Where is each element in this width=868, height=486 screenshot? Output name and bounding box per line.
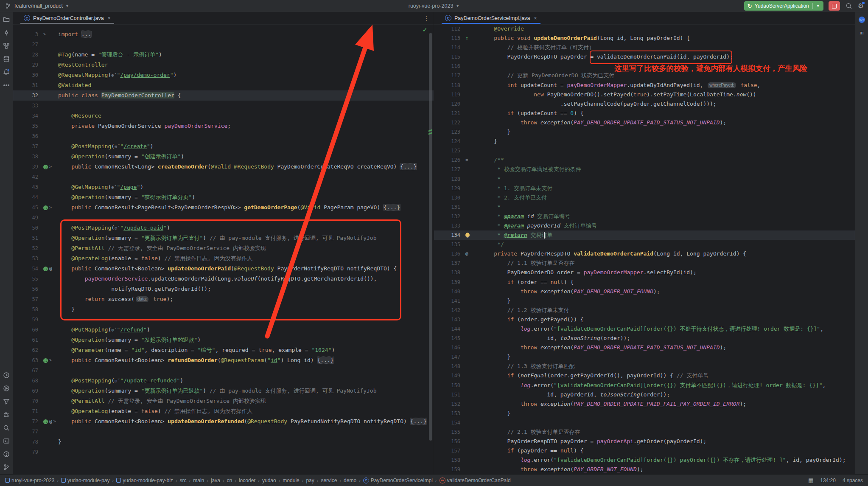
- code-text[interactable]: [58, 315, 434, 325]
- code-text[interactable]: @PostMapping(⊕ˇ"/update-refunded"): [58, 376, 434, 386]
- line-number[interactable]: 140: [434, 287, 465, 296]
- history-icon[interactable]: [3, 371, 10, 379]
- endpoint-globe-icon[interactable]: ⊕ˇ: [111, 185, 117, 190]
- code-text[interactable]: @OperateLog(enable = false) // 禁用操作日志, 因…: [58, 253, 434, 264]
- code-text[interactable]: public CommonResult<Boolean> refundDemoO…: [58, 355, 434, 365]
- code-line-34[interactable]: 34 @Resource: [13, 111, 434, 121]
- code-line-77[interactable]: 77: [13, 427, 434, 437]
- debug-icon[interactable]: [3, 411, 10, 419]
- code-line-130[interactable]: 130 * 2. 支付单已支付: [434, 193, 868, 202]
- fold-arrow-icon[interactable]: >: [49, 355, 52, 365]
- breadcrumb-item[interactable]: java: [211, 478, 220, 483]
- line-number[interactable]: 143: [434, 315, 465, 324]
- code-text[interactable]: // 1.3 校验支付订单匹配: [481, 362, 868, 371]
- code-text[interactable]: log.error("[validateDemoOrderCanPaid][or…: [481, 455, 868, 465]
- line-number[interactable]: 62: [13, 345, 42, 355]
- caret-position[interactable]: 134:20: [820, 478, 836, 483]
- line-number[interactable]: 32: [13, 90, 42, 101]
- code-text[interactable]: // 1.1 校验订单是否存在: [481, 258, 868, 268]
- line-number[interactable]: 122: [434, 118, 465, 127]
- tab-paydemoordercontroller[interactable]: C PayDemoOrderController.java ×: [20, 12, 115, 24]
- code-text[interactable]: [58, 131, 434, 141]
- line-number[interactable]: 3: [13, 29, 42, 39]
- line-number[interactable]: 42: [13, 172, 42, 182]
- code-line-157[interactable]: 157 if (payOrder == null) {: [434, 446, 868, 455]
- code-text[interactable]: *: [481, 174, 868, 184]
- project-selector[interactable]: ruoyi-vue-pro-2023 ▼: [409, 3, 460, 9]
- code-text[interactable]: [58, 427, 434, 437]
- line-number[interactable]: 154: [434, 418, 465, 427]
- code-line-55[interactable]: 55 payDemoOrderService.updateDemoOrderPa…: [13, 274, 434, 284]
- code-text[interactable]: private PayOrderRespDTO validateDemoOrde…: [481, 249, 868, 258]
- line-number[interactable]: 34: [13, 111, 42, 121]
- line-number[interactable]: 137: [434, 258, 465, 268]
- line-number[interactable]: 132: [434, 212, 465, 221]
- code-text[interactable]: id, toJsonString(order));: [481, 334, 868, 343]
- line-number[interactable]: 78: [13, 437, 42, 447]
- code-text[interactable]: [58, 39, 434, 50]
- intention-bulb-icon[interactable]: [465, 233, 470, 238]
- close-icon[interactable]: ×: [108, 15, 111, 21]
- code-text[interactable]: * @param id 交易订单编号: [481, 212, 868, 221]
- code-text[interactable]: public void updateDemoOrderPaid(Long id,…: [481, 34, 868, 43]
- line-number[interactable]: 141: [434, 296, 465, 306]
- line-number[interactable]: 70: [13, 396, 42, 406]
- code-line-132[interactable]: 132 * @param id 交易订单编号: [434, 212, 868, 221]
- folded-region[interactable]: {...}: [317, 357, 334, 363]
- line-number[interactable]: 129: [434, 184, 465, 193]
- code-line-143[interactable]: 143 if (order.getPayed()) {: [434, 315, 868, 324]
- terminal-icon[interactable]: [3, 437, 10, 445]
- http-endpoint-icon[interactable]: [43, 165, 48, 169]
- javadoc-fold-icon[interactable]: ≡: [465, 155, 468, 165]
- code-line-148[interactable]: 148 // 1.3 校验支付订单匹配: [434, 362, 868, 371]
- http-endpoint-icon[interactable]: [43, 419, 48, 424]
- http-endpoint-icon[interactable]: [43, 358, 48, 363]
- line-number[interactable]: 60: [13, 325, 42, 335]
- endpoint-globe-icon[interactable]: ⊕ˇ: [115, 144, 120, 149]
- code-line-144[interactable]: 144 log.error("[validateDemoOrderCanPaid…: [434, 324, 868, 334]
- code-text[interactable]: @PermitAll // 无需登录, 安全由 PayDemoOrderServ…: [58, 396, 434, 406]
- line-number[interactable]: 61: [13, 335, 42, 345]
- version-control-icon[interactable]: [3, 464, 10, 471]
- code-line-28[interactable]: 28@Tag(name = "管理后台 - 示例订单"): [13, 50, 434, 60]
- code-text[interactable]: * @param payOrderId 支付订单编号: [481, 221, 868, 230]
- line-number[interactable]: 54: [13, 264, 42, 274]
- breadcrumb-item[interactable]: yudao-module-pay-biz: [116, 478, 173, 483]
- code-line-128[interactable]: 128 *: [434, 174, 868, 184]
- folded-region[interactable]: ...: [81, 31, 91, 37]
- code-line-42[interactable]: 42: [13, 172, 434, 182]
- code-text[interactable]: }: [481, 352, 868, 362]
- code-line-154[interactable]: 154: [434, 418, 868, 427]
- services-icon[interactable]: [3, 385, 10, 392]
- line-number[interactable]: 133: [434, 221, 465, 230]
- code-line-159[interactable]: 159 throw exception(PAY_ORDER_NOT_FOUND)…: [434, 465, 868, 474]
- problems-icon[interactable]: [3, 450, 10, 458]
- stop-button[interactable]: [829, 1, 840, 11]
- code-text[interactable]: }: [481, 296, 868, 306]
- database-icon[interactable]: [3, 55, 10, 63]
- line-number[interactable]: 158: [434, 455, 465, 465]
- code-text[interactable]: * 2. 支付单已支付: [481, 193, 868, 202]
- code-line-115[interactable]: 115 PayOrderRespDTO payOrder = validateD…: [434, 52, 868, 62]
- code-line-36[interactable]: 36: [13, 131, 434, 141]
- line-number[interactable]: 30: [13, 70, 42, 80]
- line-number[interactable]: 52: [13, 243, 42, 253]
- code-line-57[interactable]: 57 return success(data: true);: [13, 294, 434, 304]
- code-text[interactable]: private PayDemoOrderService payDemoOrder…: [58, 121, 434, 131]
- folded-region[interactable]: {...}: [384, 204, 400, 211]
- line-number[interactable]: 159: [434, 465, 465, 474]
- endpoints-plugin-icon[interactable]: </>: [858, 16, 865, 23]
- code-line-27[interactable]: 27: [13, 39, 434, 50]
- code-line-56[interactable]: 56 notifyReqDTO.getPayOrderId());: [13, 284, 434, 294]
- code-text[interactable]: return success(data: true);: [58, 294, 434, 304]
- code-line-52[interactable]: 52 @PermitAll // 无需登录, 安全由 PayDemoOrderS…: [13, 243, 434, 253]
- code-line-135[interactable]: 135 */: [434, 240, 868, 249]
- line-number[interactable]: 63: [13, 355, 42, 365]
- code-text[interactable]: @RequestMapping(⊕ˇ"/pay/demo-order"): [58, 70, 434, 80]
- line-number[interactable]: 57: [13, 294, 42, 304]
- code-line-53[interactable]: 53 @OperateLog(enable = false) // 禁用操作日志…: [13, 253, 434, 264]
- code-text[interactable]: }: [481, 137, 868, 146]
- code-line-124[interactable]: 124 }: [434, 137, 868, 146]
- line-number[interactable]: 69: [13, 386, 42, 396]
- line-number[interactable]: 126: [434, 155, 465, 165]
